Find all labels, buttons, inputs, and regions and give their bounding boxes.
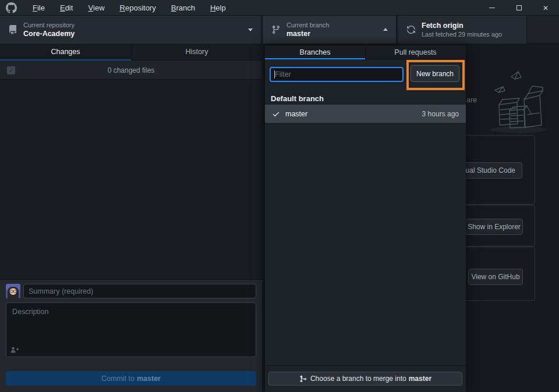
- changed-files-header: ✓ 0 changed files: [0, 60, 262, 80]
- fetch-origin-button[interactable]: Fetch origin Last fetched 29 minutes ago: [398, 16, 527, 44]
- view-on-github-button[interactable]: View on GitHub: [468, 269, 523, 285]
- commit-button[interactable]: Commit to master: [6, 371, 256, 386]
- commit-form: Commit to master: [0, 279, 262, 392]
- no-changes-illustration: [481, 59, 553, 136]
- current-repository-value: Core-Academy: [23, 30, 75, 38]
- sync-icon: [406, 25, 416, 34]
- changed-files-count: 0 changed files: [0, 60, 262, 80]
- maximize-icon: [516, 5, 522, 10]
- show-in-explorer-button[interactable]: Show in Explorer: [465, 219, 523, 235]
- dropdown-footer-divider: [265, 365, 466, 366]
- fetch-origin-subtitle: Last fetched 29 minutes ago: [422, 31, 502, 38]
- branch-name: master: [285, 110, 307, 118]
- close-button[interactable]: ✕: [532, 0, 559, 16]
- chevron-down-icon: [248, 28, 253, 31]
- current-repository-button[interactable]: Current repository Core-Academy: [0, 16, 262, 44]
- text-caret: [274, 70, 275, 79]
- menu-help[interactable]: Help: [203, 0, 233, 15]
- add-co-author-icon[interactable]: [10, 347, 19, 353]
- fetch-origin-title: Fetch origin: [422, 22, 502, 30]
- branch-dropdown: Branches Pull requests New branch Defaul…: [265, 45, 466, 392]
- current-branch-value: master: [286, 30, 329, 38]
- branch-row-master[interactable]: master 3 hours ago: [265, 105, 466, 123]
- chevron-up-icon: [383, 28, 388, 31]
- merge-branch-button[interactable]: Choose a branch to merge into master: [268, 372, 462, 386]
- branch-updated-time: 3 hours ago: [422, 110, 459, 118]
- menu-edit[interactable]: Edit: [52, 0, 80, 15]
- current-branch-button[interactable]: Current branch master: [263, 16, 397, 44]
- tab-changes[interactable]: Changes: [0, 44, 131, 60]
- default-branch-header: Default branch: [271, 94, 324, 103]
- annotation-highlight-box: [406, 60, 465, 90]
- github-logo-icon: [6, 2, 17, 13]
- window-controls: ✕: [479, 0, 559, 15]
- toolbar: Current repository Core-Academy Current …: [0, 16, 559, 44]
- menu-repository[interactable]: Repository: [112, 0, 164, 15]
- menu-items: File Edit View Repository Branch Help: [25, 0, 233, 15]
- menu-file[interactable]: File: [25, 0, 52, 15]
- tab-branches[interactable]: Branches: [265, 45, 365, 59]
- maximize-button[interactable]: [505, 0, 532, 16]
- commit-branch-name: master: [137, 375, 161, 383]
- minimize-icon: [489, 8, 495, 8]
- github-desktop-window: File Edit View Repository Branch Help ✕ …: [0, 0, 559, 392]
- summary-input[interactable]: [23, 284, 256, 298]
- repo-icon: [8, 25, 17, 34]
- changes-history-tabs: Changes History: [0, 44, 262, 60]
- changes-panel: Changes History ✓ 0 changed files: [0, 44, 262, 392]
- close-icon: ✕: [543, 4, 549, 12]
- tab-pull-requests[interactable]: Pull requests: [365, 45, 465, 59]
- branches-tab-underline: [265, 58, 365, 59]
- description-input[interactable]: [6, 302, 256, 357]
- minimize-button[interactable]: [479, 0, 505, 16]
- git-branch-icon: [271, 25, 281, 34]
- merge-target-branch: master: [409, 375, 431, 383]
- menu-view[interactable]: View: [80, 0, 112, 15]
- git-merge-icon: [299, 375, 307, 383]
- menubar: File Edit View Repository Branch Help ✕: [0, 0, 559, 16]
- current-branch-label: Current branch: [286, 22, 329, 28]
- menu-branch[interactable]: Branch: [164, 0, 203, 15]
- branch-dropdown-tabs: Branches Pull requests: [265, 45, 466, 59]
- filter-input[interactable]: [270, 67, 404, 82]
- suggestion-text-fragment: are: [466, 96, 477, 104]
- avatar: [6, 284, 20, 298]
- check-icon: [272, 110, 280, 118]
- tab-history[interactable]: History: [131, 44, 262, 60]
- current-repository-label: Current repository: [23, 22, 75, 28]
